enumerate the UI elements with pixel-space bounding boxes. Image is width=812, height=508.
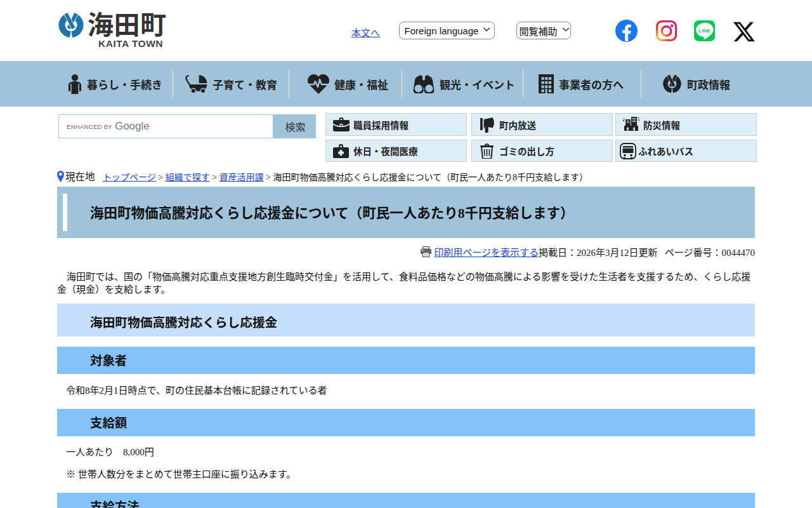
svg-text:LINE: LINE xyxy=(699,28,710,34)
